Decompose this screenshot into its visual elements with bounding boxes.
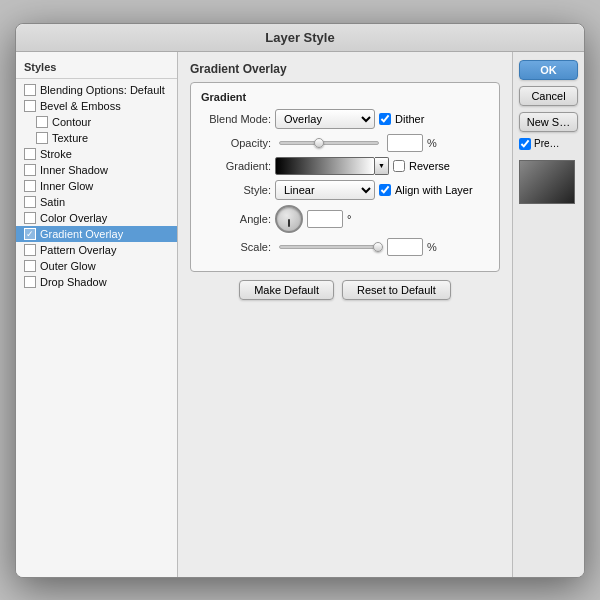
sidebar-item-label-gradient-overlay: Gradient Overlay: [40, 228, 123, 240]
angle-label: Angle:: [201, 213, 271, 225]
layer-style-dialog: Layer Style Styles Blending Options: Def…: [15, 23, 585, 578]
sidebar-item-pattern-overlay[interactable]: Pattern Overlay: [16, 242, 177, 258]
dither-label: Dither: [395, 113, 424, 125]
checkbox-color-overlay: [24, 212, 36, 224]
sidebar-item-label-contour: Contour: [52, 116, 91, 128]
scale-label: Scale:: [201, 241, 271, 253]
sidebar-item-label-satin: Satin: [40, 196, 65, 208]
sidebar-item-outer-glow[interactable]: Outer Glow: [16, 258, 177, 274]
checkbox-inner-glow: [24, 180, 36, 192]
sidebar-item-color-overlay[interactable]: Color Overlay: [16, 210, 177, 226]
blend-mode-label: Blend Mode:: [201, 113, 271, 125]
styles-header: Styles: [16, 58, 177, 79]
sidebar-item-label-bevel-emboss: Bevel & Emboss: [40, 100, 121, 112]
styles-panel: Styles Blending Options: DefaultBevel & …: [16, 52, 178, 577]
blend-mode-row: Blend Mode: Overlay Normal Dissolve Mult…: [201, 109, 489, 129]
opacity-percent: %: [427, 137, 437, 149]
checkbox-contour: [36, 116, 48, 128]
gradient-swatch[interactable]: [275, 157, 375, 175]
gradient-row: Gradient: ▼ Reverse: [201, 157, 489, 175]
opacity-slider[interactable]: [279, 141, 379, 145]
sidebar-item-gradient-overlay[interactable]: Gradient Overlay: [16, 226, 177, 242]
checkbox-pattern-overlay: [24, 244, 36, 256]
checkbox-stroke: [24, 148, 36, 160]
sidebar-item-label-blending-options: Blending Options: Default: [40, 84, 165, 96]
style-label: Style:: [201, 184, 271, 196]
angle-row: Angle: 90 °: [201, 205, 489, 233]
style-select[interactable]: Linear Radial Angle Reflected Diamond: [275, 180, 375, 200]
titlebar: Layer Style: [16, 24, 584, 52]
style-row: Style: Linear Radial Angle Reflected Dia…: [201, 180, 489, 200]
checkbox-drop-shadow: [24, 276, 36, 288]
reverse-checkbox[interactable]: [393, 160, 405, 172]
dialog-body: Styles Blending Options: DefaultBevel & …: [16, 52, 584, 577]
dialog-title: Layer Style: [265, 30, 334, 45]
group-title: Gradient: [201, 91, 489, 103]
reset-default-button[interactable]: Reset to Default: [342, 280, 451, 300]
sidebar-item-label-inner-shadow: Inner Shadow: [40, 164, 108, 176]
dither-checkbox[interactable]: [379, 113, 391, 125]
sidebar-item-texture[interactable]: Texture: [16, 130, 177, 146]
preview-checkbox[interactable]: [519, 138, 531, 150]
sidebar-item-label-texture: Texture: [52, 132, 88, 144]
align-checkbox[interactable]: [379, 184, 391, 196]
scale-row: Scale: 100 %: [201, 238, 489, 256]
preview-label: Pre…: [534, 138, 560, 149]
sidebar-item-bevel-emboss[interactable]: Bevel & Emboss: [16, 98, 177, 114]
angle-input[interactable]: 90: [307, 210, 343, 228]
styles-list: Blending Options: DefaultBevel & EmbossC…: [16, 82, 177, 290]
gradient-label: Gradient:: [201, 160, 271, 172]
checkbox-gradient-overlay: [24, 228, 36, 240]
scale-slider[interactable]: [279, 245, 379, 249]
checkbox-outer-glow: [24, 260, 36, 272]
preview-wrap: Pre…: [519, 138, 578, 150]
make-default-button[interactable]: Make Default: [239, 280, 334, 300]
sidebar-item-inner-shadow[interactable]: Inner Shadow: [16, 162, 177, 178]
sidebar-item-label-pattern-overlay: Pattern Overlay: [40, 244, 116, 256]
angle-knob[interactable]: [275, 205, 303, 233]
sidebar-item-satin[interactable]: Satin: [16, 194, 177, 210]
gradient-group: Gradient Blend Mode: Overlay Normal Diss…: [190, 82, 500, 272]
sidebar-item-label-outer-glow: Outer Glow: [40, 260, 96, 272]
scale-input[interactable]: 100: [387, 238, 423, 256]
button-row: Make Default Reset to Default: [190, 280, 500, 300]
sidebar-item-stroke[interactable]: Stroke: [16, 146, 177, 162]
angle-indicator: [288, 219, 290, 227]
checkbox-bevel-emboss: [24, 100, 36, 112]
sidebar-item-label-stroke: Stroke: [40, 148, 72, 160]
align-label: Align with Layer: [395, 184, 473, 196]
sidebar-item-label-inner-glow: Inner Glow: [40, 180, 93, 192]
opacity-row: Opacity: 40 %: [201, 134, 489, 152]
checkbox-inner-shadow: [24, 164, 36, 176]
new-style-button[interactable]: New S…: [519, 112, 578, 132]
gradient-picker[interactable]: ▼: [275, 157, 389, 175]
sidebar-item-contour[interactable]: Contour: [16, 114, 177, 130]
sidebar-item-label-drop-shadow: Drop Shadow: [40, 276, 107, 288]
sidebar-item-drop-shadow[interactable]: Drop Shadow: [16, 274, 177, 290]
scale-percent: %: [427, 241, 437, 253]
center-panel: Gradient Overlay Gradient Blend Mode: Ov…: [178, 52, 512, 577]
cancel-button[interactable]: Cancel: [519, 86, 578, 106]
checkbox-satin: [24, 196, 36, 208]
checkbox-texture: [36, 132, 48, 144]
angle-degree: °: [347, 213, 351, 225]
opacity-label: Opacity:: [201, 137, 271, 149]
sidebar-item-inner-glow[interactable]: Inner Glow: [16, 178, 177, 194]
blend-mode-select[interactable]: Overlay Normal Dissolve Multiply Screen: [275, 109, 375, 129]
reverse-label: Reverse: [409, 160, 450, 172]
gradient-dropdown-btn[interactable]: ▼: [375, 157, 389, 175]
preview-box: [519, 160, 575, 204]
right-panel: OK Cancel New S… Pre…: [512, 52, 584, 577]
ok-button[interactable]: OK: [519, 60, 578, 80]
opacity-input[interactable]: 40: [387, 134, 423, 152]
sidebar-item-label-color-overlay: Color Overlay: [40, 212, 107, 224]
sidebar-item-blending-options[interactable]: Blending Options: Default: [16, 82, 177, 98]
checkbox-blending-options: [24, 84, 36, 96]
panel-title: Gradient Overlay: [190, 62, 500, 76]
